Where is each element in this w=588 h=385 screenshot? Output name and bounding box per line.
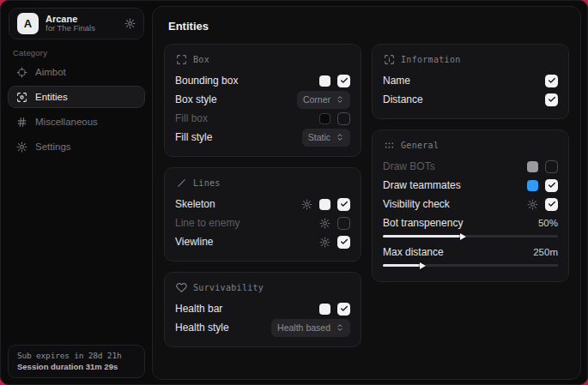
color-swatch[interactable] bbox=[319, 113, 330, 124]
color-swatch[interactable] bbox=[527, 180, 538, 191]
setting-label: Visibility check bbox=[383, 198, 450, 210]
checkbox[interactable] bbox=[545, 179, 558, 192]
sidebar-item-label: Entities bbox=[35, 92, 68, 102]
setting-row: Bounding box bbox=[175, 71, 350, 90]
line-icon bbox=[176, 177, 187, 189]
slider-value: 50% bbox=[538, 218, 558, 228]
panel-information: InformationNameDistance bbox=[372, 44, 569, 119]
slider-track[interactable] bbox=[383, 235, 558, 238]
setting-controls bbox=[301, 198, 350, 211]
check-icon bbox=[340, 304, 349, 313]
setting-controls bbox=[319, 112, 350, 125]
setting-row: Distance bbox=[383, 90, 558, 109]
color-swatch[interactable] bbox=[319, 75, 330, 87]
checkbox[interactable] bbox=[337, 236, 350, 249]
grid-dots-icon bbox=[384, 140, 395, 151]
setting-row: Line to enemy bbox=[175, 214, 350, 232]
slider-value: 250m bbox=[533, 247, 558, 257]
scan-info-icon bbox=[384, 54, 395, 65]
session-duration-text: Session duration 31m 29s bbox=[17, 362, 136, 371]
slider-thumb[interactable] bbox=[460, 233, 466, 240]
color-swatch[interactable] bbox=[319, 199, 330, 210]
panel-header: Information bbox=[384, 54, 558, 65]
checkbox[interactable] bbox=[545, 160, 558, 173]
setting-controls bbox=[319, 75, 350, 87]
app-subtitle: for The Finals bbox=[45, 24, 118, 33]
slider-fill bbox=[383, 264, 421, 267]
setting-label: Box style bbox=[175, 93, 217, 105]
setting-controls bbox=[545, 93, 558, 106]
scan-eye-icon bbox=[16, 92, 27, 103]
setting-label: Max distance bbox=[383, 246, 444, 258]
checkbox[interactable] bbox=[337, 217, 350, 230]
slider-thumb[interactable] bbox=[420, 262, 426, 269]
setting-label: Draw teammates bbox=[383, 179, 461, 191]
gear-icon[interactable] bbox=[301, 199, 312, 210]
checkbox[interactable] bbox=[337, 303, 350, 316]
slider-track[interactable] bbox=[383, 264, 558, 267]
setting-controls bbox=[319, 236, 350, 249]
crosshair-icon bbox=[16, 67, 27, 78]
setting-row: Viewline bbox=[175, 232, 350, 251]
dropdown[interactable]: Health based bbox=[271, 319, 350, 337]
setting-controls bbox=[545, 75, 558, 87]
setting-row: Box styleCorner bbox=[175, 90, 350, 109]
panel-lines: LinesSkeletonLine to enemyViewline bbox=[164, 167, 361, 262]
gear-icon[interactable] bbox=[124, 18, 136, 29]
check-icon bbox=[340, 200, 349, 208]
setting-label: Bot transpenency bbox=[383, 217, 463, 229]
setting-controls bbox=[319, 217, 350, 230]
setting-controls bbox=[319, 303, 350, 316]
checkbox[interactable] bbox=[337, 198, 350, 211]
setting-controls: Health based bbox=[271, 319, 350, 337]
panel-columns: BoxBounding boxBox styleCornerFill boxFi… bbox=[164, 44, 569, 347]
slider-fill bbox=[383, 235, 462, 238]
dropdown[interactable]: Static bbox=[302, 129, 350, 147]
checkbox[interactable] bbox=[545, 93, 558, 106]
dropdown[interactable]: Corner bbox=[297, 91, 350, 109]
gear-icon[interactable] bbox=[319, 218, 330, 229]
brand-card: A Arcane for The Finals bbox=[9, 8, 144, 39]
setting-label: Skeleton bbox=[175, 198, 215, 210]
checkbox[interactable] bbox=[337, 75, 350, 87]
setting-row: Skeleton bbox=[175, 195, 350, 214]
sidebar-item-label: Settings bbox=[35, 141, 71, 152]
panel-header: Lines bbox=[176, 177, 350, 189]
gear-icon[interactable] bbox=[319, 237, 330, 248]
setting-row: Fill box bbox=[175, 109, 350, 128]
checkbox[interactable] bbox=[545, 198, 558, 211]
brand-text: Arcane for The Finals bbox=[45, 14, 118, 34]
gear-icon[interactable] bbox=[527, 199, 538, 210]
sidebar-item-settings[interactable]: Settings bbox=[8, 135, 145, 158]
setting-label: Draw BOTs bbox=[383, 160, 435, 172]
gear-icon bbox=[16, 141, 27, 153]
setting-row: Visibility check bbox=[383, 195, 558, 214]
color-swatch[interactable] bbox=[527, 161, 538, 172]
sidebar-item-aimbot[interactable]: Aimbot bbox=[8, 61, 145, 83]
chevrons-up-down-icon bbox=[336, 323, 344, 332]
slider-label-row: Bot transpenency50% bbox=[383, 215, 558, 231]
sidebar-item-miscellaneous[interactable]: Miscellaneous bbox=[8, 111, 145, 133]
sidebar-item-label: Aimbot bbox=[35, 67, 66, 77]
sidebar-item-entities[interactable]: Entities bbox=[8, 86, 145, 108]
setting-row: Fill styleStatic bbox=[175, 128, 350, 147]
color-swatch[interactable] bbox=[319, 304, 330, 315]
panel-title: Box bbox=[193, 55, 209, 64]
setting-label: Health bar bbox=[175, 303, 222, 315]
setting-label: Viewline bbox=[175, 236, 213, 248]
checkbox[interactable] bbox=[337, 112, 350, 125]
chevrons-up-down-icon bbox=[336, 95, 344, 104]
check-icon bbox=[548, 76, 556, 85]
setting-controls: Static bbox=[302, 129, 350, 147]
dropdown-value: Static bbox=[308, 132, 330, 142]
box-select-icon bbox=[176, 54, 187, 65]
setting-label: Distance bbox=[383, 93, 423, 105]
sidebar-item-label: Miscellaneous bbox=[35, 117, 98, 127]
check-icon bbox=[548, 181, 556, 189]
setting-row: Draw BOTs bbox=[383, 157, 558, 176]
page-title: Entities bbox=[168, 20, 569, 33]
checkbox[interactable] bbox=[545, 75, 558, 87]
setting-controls: Corner bbox=[297, 91, 350, 109]
hash-icon bbox=[16, 117, 27, 128]
setting-label: Name bbox=[383, 75, 410, 87]
